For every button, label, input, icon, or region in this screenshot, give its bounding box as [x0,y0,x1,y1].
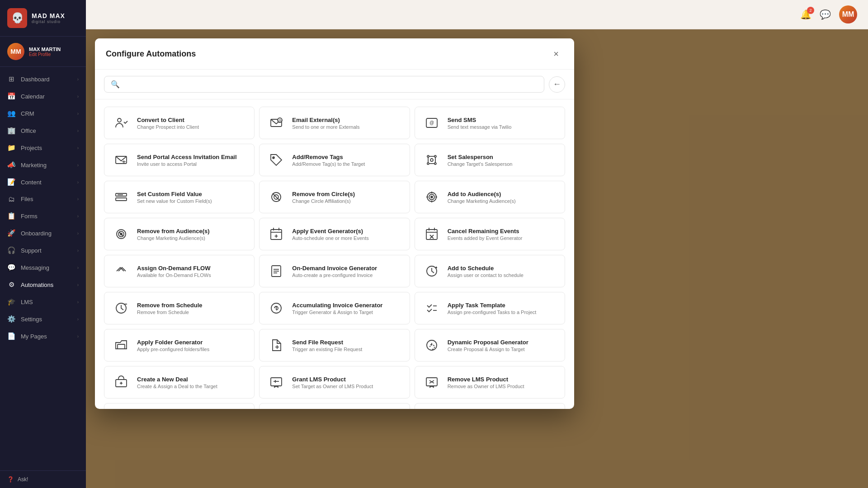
sidebar-item-files[interactable]: 🗂Files › [0,191,86,207]
card-desc-grant-lms-product: Set Target as Owner of LMS Product [292,384,373,389]
card-icon-apply-folder-generator [112,336,131,355]
marketing-icon: 📣 [7,161,15,169]
chevron-icon: › [77,300,79,305]
card-title-email-externals: Email External(s) [292,117,359,123]
card-desc-send-portal-access: Invite user to access Portal [137,161,237,167]
sidebar-item-lms[interactable]: 🎓LMS › [0,293,86,310]
chevron-icon: › [77,265,79,270]
sidebar-item-crm[interactable]: 👥CRM › [0,105,86,122]
card-desc-assign-on-demand-flow: Available for On-Demand FLOWs [137,272,211,278]
sidebar-item-messaging[interactable]: 💬Messaging › [0,259,86,276]
card-desc-email-externals: Send to one or more Externals [292,124,359,130]
card-desc-send-file-request: Trigger an existing File Request [292,347,362,352]
topbar-avatar[interactable]: MM [839,5,857,23]
automation-card-apply-folder-generator[interactable]: Apply Folder Generator Apply pre-configu… [104,329,255,361]
automation-card-remove-from-circle[interactable]: Remove from Circle(s) Change Circle Affi… [259,181,410,213]
automation-card-remove-from-audiences[interactable]: Remove from Audience(s) Change Marketing… [104,218,255,250]
sidebar-item-support[interactable]: 🎧Support › [0,242,86,259]
card-title-send-portal-access: Send Portal Access Invitation Email [137,154,237,160]
notification-bell[interactable]: 🔔 2 [800,9,811,20]
automation-card-create-a-new-deal[interactable]: Create a New Deal Create & Assign a Deal… [104,366,255,399]
automation-card-add-to-audiences[interactable]: Add to Audience(s) Change Marketing Audi… [415,181,565,213]
svg-point-0 [118,118,121,122]
ask-button[interactable]: ❓ Ask! [7,476,79,483]
card-title-add-to-schedule: Add to Schedule [448,265,524,272]
sidebar-item-mypages[interactable]: 📄My Pages › [0,328,86,345]
svg-text:@: @ [429,120,434,125]
sidebar-item-content[interactable]: 📝Content › [0,174,86,191]
sidebar-item-settings[interactable]: ⚙️Settings › [0,310,86,328]
automation-card-convert-to-client[interactable]: Convert to Client Change Prospect into C… [104,107,255,139]
automation-card-grant-lms-product[interactable]: Grant LMS Product Set Target as Owner of… [259,366,410,399]
main-content: Configure Automations × 🔍 ← Convert to C… [86,29,868,488]
messages-icon[interactable]: 💬 [820,9,831,20]
sidebar-item-forms[interactable]: 📋Forms › [0,207,86,225]
sidebar-item-marketing[interactable]: 📣Marketing › [0,156,86,174]
automation-card-apply-task-template[interactable]: Apply Task Template Assign pre-configure… [415,292,565,324]
card-title-remove-from-circle: Remove from Circle(s) [292,191,355,197]
sidebar-item-dashboard[interactable]: ⊞Dashboard › [0,70,86,88]
automation-card-cancel-remaining-events[interactable]: Cancel Remaining Events Events added by … [415,218,565,250]
user-edit-profile[interactable]: Edit Profile [29,52,61,57]
card-desc-dynamic-proposal-generator: Create Proposal & Assign to Target [448,347,528,352]
calendar-icon: 📅 [7,92,15,100]
logo-subtitle: digital studio [32,19,65,24]
automation-card-set-salesperson[interactable]: Set Salesperson Change Target's Salesper… [415,144,565,176]
automation-card-add-to-schedule[interactable]: Add to Schedule Assign user or contact t… [415,255,565,287]
automation-card-add-remove-tags[interactable]: Add/Remove Tags Add/Remove Tag(s) to the… [259,144,410,176]
modal-header: Configure Automations × [95,38,574,70]
card-desc-convert-to-client: Change Prospect into Client [137,124,199,130]
card-icon-convert-to-client [112,113,131,132]
svg-point-10 [427,163,429,164]
automation-card-dynamic-proposal-generator[interactable]: Dynamic Proposal Generator Create Propos… [415,329,565,361]
sidebar-user[interactable]: MM MAX MARTIN Edit Profile [0,37,86,67]
sidebar-item-onboarding[interactable]: 🚀Onboarding › [0,225,86,242]
automation-card-send-file-request[interactable]: Send File Request Trigger an existing Fi… [259,329,410,361]
automation-card-apply-event-generator[interactable]: Apply Event Generator(s) Auto-schedule o… [259,218,410,250]
automation-card-accumulating-invoice-generator[interactable]: Accumulating Invoice Generator Trigger G… [259,292,410,324]
chevron-icon: › [77,111,79,116]
automation-card-send-portal-access[interactable]: Send Portal Access Invitation Email Invi… [104,144,255,176]
automation-card-send-sms[interactable]: @ Send SMS Send text message via Twilio [415,107,565,139]
sidebar-item-office[interactable]: 🏢Office › [0,122,86,139]
card-desc-remove-from-schedule: Remove from Schedule [137,310,203,315]
automation-card-remove-lms-product[interactable]: Remove LMS Product Remove as Owner of LM… [415,366,565,399]
card-title-send-sms: Send SMS [448,117,512,123]
modal-close-button[interactable]: × [549,47,563,61]
sidebar-item-calendar[interactable]: 📅Calendar › [0,88,86,105]
automation-card-webhook-notification[interactable]: Webhook Notification Fire a webhook to y… [104,403,255,409]
svg-text:@: @ [278,118,282,122]
sidebar-item-projects[interactable]: 📁Projects › [0,139,86,156]
card-title-apply-folder-generator: Apply Folder Generator [137,339,209,346]
card-icon-email-externals: @ [267,113,286,132]
card-icon-assign-on-demand-flow [112,262,131,281]
modal-body: Convert to Client Change Prospect into C… [95,99,574,409]
card-title-set-salesperson: Set Salesperson [448,154,513,160]
card-icon-accumulating-invoice-generator [267,299,286,318]
automation-card-remove-from-checklist[interactable]: Remove from Checklist Remove Target from… [415,403,565,409]
automation-card-add-to-checklists[interactable]: Add to Checklists Assign Target to Check… [259,403,410,409]
automation-card-assign-on-demand-flow[interactable]: Assign On-Demand FLOW Available for On-D… [104,255,255,287]
search-input[interactable] [124,81,538,88]
svg-rect-18 [116,198,127,201]
card-icon-dynamic-proposal-generator [422,336,441,355]
card-desc-add-remove-tags: Add/Remove Tag(s) to the Target [292,161,365,167]
files-icon: 🗂 [7,195,15,203]
automation-card-remove-from-schedule[interactable]: Remove from Schedule Remove from Schedul… [104,292,255,324]
automation-card-on-demand-invoice-generator[interactable]: On-Demand Invoice Generator Auto-create … [259,255,410,287]
card-title-add-to-audiences: Add to Audience(s) [448,191,516,197]
card-desc-set-salesperson: Change Target's Salesperson [448,161,513,167]
office-icon: 🏢 [7,127,15,135]
crm-icon: 👥 [7,109,15,117]
card-desc-apply-folder-generator: Apply pre-configured folders/files [137,347,209,352]
card-title-cancel-remaining-events: Cancel Remaining Events [448,228,523,235]
card-title-apply-event-generator: Apply Event Generator(s) [292,228,368,235]
back-button[interactable]: ← [549,76,565,93]
sidebar-item-automations[interactable]: ⚙Automations › [0,276,86,293]
card-icon-grant-lms-product [267,373,286,392]
svg-point-12 [430,159,433,161]
chevron-icon: › [77,94,79,99]
automation-card-email-externals[interactable]: @ Email External(s) Send to one or more … [259,107,410,139]
automation-card-set-custom-field[interactable]: Set Custom Field Value Set new value for… [104,181,255,213]
user-name: MAX MARTIN [29,47,61,52]
